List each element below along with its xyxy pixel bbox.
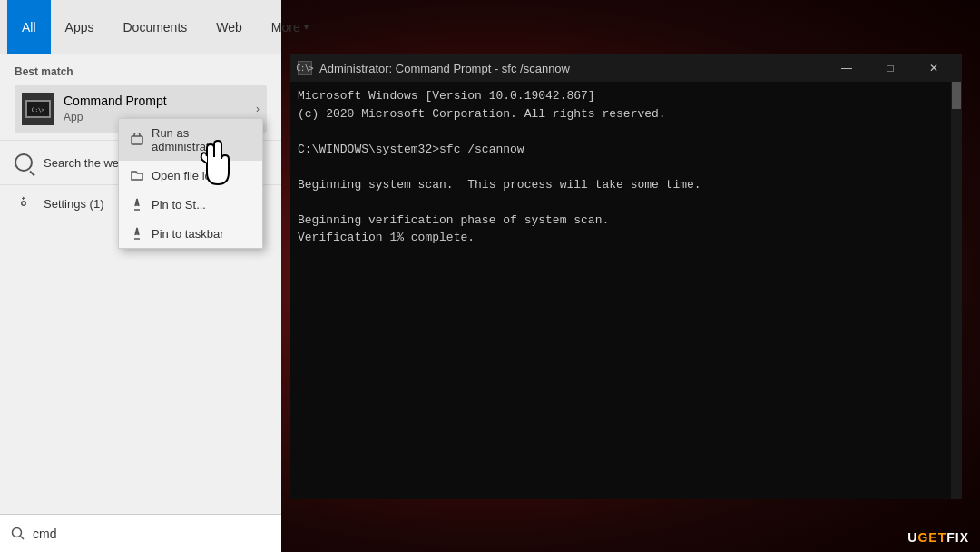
minimize-button[interactable]: — — [826, 54, 867, 82]
pin-start-icon — [130, 197, 144, 212]
more-chevron-icon: ▾ — [304, 22, 309, 32]
cmd-titlebar: C:\> Administrator: Command Prompt - sfc… — [290, 54, 962, 82]
run-as-admin-label: Run as administrator — [152, 126, 251, 153]
settings-label: Settings (1) — [44, 197, 103, 211]
context-menu-open-file[interactable]: Open file lo... — [119, 161, 262, 190]
search-web-icon — [15, 153, 33, 172]
svg-line-2 — [21, 536, 24, 539]
pin-start-label: Pin to St... — [152, 198, 206, 212]
watermark: UGETFIX — [907, 530, 969, 545]
app-name: Command Prompt — [64, 94, 167, 108]
maximize-button[interactable]: □ — [869, 54, 911, 82]
context-menu: Run as administrator Open file lo... Pin… — [118, 118, 263, 249]
cmd-scrollbar-thumb — [952, 82, 961, 109]
context-menu-pin-taskbar[interactable]: Pin to taskbar — [119, 219, 262, 248]
watermark-fix: FIX — [946, 530, 969, 545]
search-bar[interactable] — [0, 514, 281, 552]
cmd-output: Microsoft Windows [Version 10.0.19042.86… — [298, 87, 955, 247]
cmd-scrollbar[interactable] — [951, 82, 962, 499]
pin-taskbar-label: Pin to taskbar — [152, 227, 224, 241]
tab-all[interactable]: All — [7, 0, 51, 54]
watermark-get: GET — [917, 530, 946, 545]
best-match-label: Best match — [15, 65, 267, 78]
tab-documents[interactable]: Documents — [108, 0, 201, 54]
close-button[interactable]: ✕ — [913, 54, 955, 82]
cmd-icon-inner — [25, 100, 51, 118]
cmd-title-icon: C:\> — [298, 61, 312, 75]
app-type: App — [64, 111, 83, 123]
cmd-app-icon — [22, 93, 54, 125]
svg-rect-0 — [132, 136, 142, 144]
gear-icon — [15, 194, 33, 212]
start-menu: All Apps Documents Web More ▾ Best match… — [0, 0, 281, 552]
pin-taskbar-icon — [130, 226, 144, 241]
open-file-label: Open file lo... — [152, 169, 221, 182]
expand-arrow-icon: › — [256, 103, 260, 115]
search-bar-icon — [11, 527, 25, 541]
cmd-title-text: Administrator: Command Prompt - sfc /sca… — [319, 62, 826, 75]
cmd-window: C:\> Administrator: Command Prompt - sfc… — [290, 54, 962, 499]
cmd-window-controls: — □ ✕ — [826, 54, 955, 82]
search-input[interactable] — [33, 527, 270, 541]
open-file-icon — [130, 168, 144, 182]
watermark-u: U — [907, 530, 917, 545]
start-menu-tabs: All Apps Documents Web More ▾ — [0, 0, 281, 54]
context-menu-pin-start[interactable]: Pin to St... — [119, 190, 262, 219]
context-menu-run-as-admin[interactable]: Run as administrator — [119, 119, 262, 161]
tab-web[interactable]: Web — [201, 0, 257, 54]
tab-more[interactable]: More ▾ — [257, 0, 323, 54]
cmd-content: Microsoft Windows [Version 10.0.19042.86… — [290, 82, 962, 499]
tab-apps[interactable]: Apps — [51, 0, 109, 54]
svg-point-1 — [13, 527, 22, 537]
run-as-admin-icon — [130, 133, 144, 147]
